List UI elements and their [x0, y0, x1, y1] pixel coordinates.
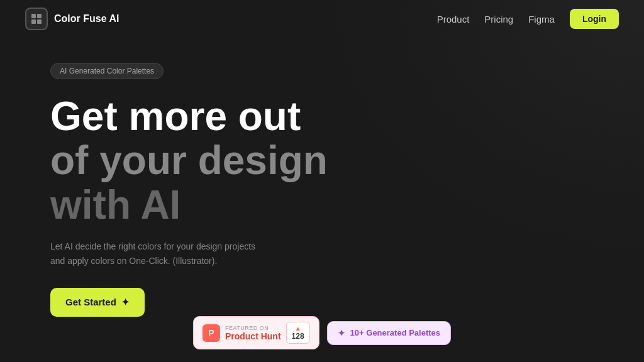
generated-palettes-badge[interactable]: ✦ 10+ Generated Palettes — [327, 321, 451, 345]
logo-icon — [25, 8, 48, 30]
svg-rect-1 — [37, 14, 42, 18]
get-started-button[interactable]: Get Started ✦ — [50, 288, 145, 317]
product-hunt-icon: P — [203, 324, 220, 342]
product-hunt-text: FEATURED ON Product Hunt — [225, 325, 281, 341]
product-hunt-badge[interactable]: P FEATURED ON Product Hunt ▲ 128 — [193, 316, 319, 349]
hero-title-line1: Get more out — [50, 94, 594, 138]
hero-title-line2: of your design — [50, 138, 594, 182]
ph-number: 128 — [292, 332, 304, 341]
svg-rect-0 — [31, 14, 36, 18]
main-content: AI Generated Color Palettes Get more out… — [0, 38, 644, 317]
bottom-badges: P FEATURED ON Product Hunt ▲ 128 ✦ 10+ G… — [193, 316, 451, 349]
svg-rect-3 — [37, 19, 42, 24]
ph-count: ▲ 128 — [286, 322, 310, 344]
sparkle-btn-icon: ✦ — [121, 297, 130, 308]
ph-arrow-icon: ▲ — [295, 325, 301, 332]
logo-area: Color Fuse AI — [25, 8, 119, 30]
generated-palettes-label: 10+ Generated Palettes — [350, 328, 440, 337]
login-button[interactable]: Login — [570, 9, 619, 29]
hero-badge: AI Generated Color Palettes — [50, 63, 164, 79]
hero-title: Get more out of your design with AI — [50, 94, 594, 227]
sparkle-icon: ✦ — [338, 328, 345, 338]
navbar: Color Fuse AI Product Pricing Figma Logi… — [0, 0, 644, 38]
nav-figma[interactable]: Figma — [528, 14, 555, 25]
svg-rect-2 — [31, 19, 36, 24]
logo-text: Color Fuse AI — [54, 13, 119, 25]
hero-title-line3: with AI — [50, 183, 594, 227]
hero-subtitle: Let AI decide the right colors for your … — [50, 239, 264, 268]
nav-links: Product Pricing Figma Login — [437, 9, 619, 29]
nav-pricing[interactable]: Pricing — [484, 14, 513, 25]
ph-featured-label: FEATURED ON — [225, 325, 281, 331]
nav-product[interactable]: Product — [437, 14, 470, 25]
ph-name: Product Hunt — [225, 331, 281, 341]
